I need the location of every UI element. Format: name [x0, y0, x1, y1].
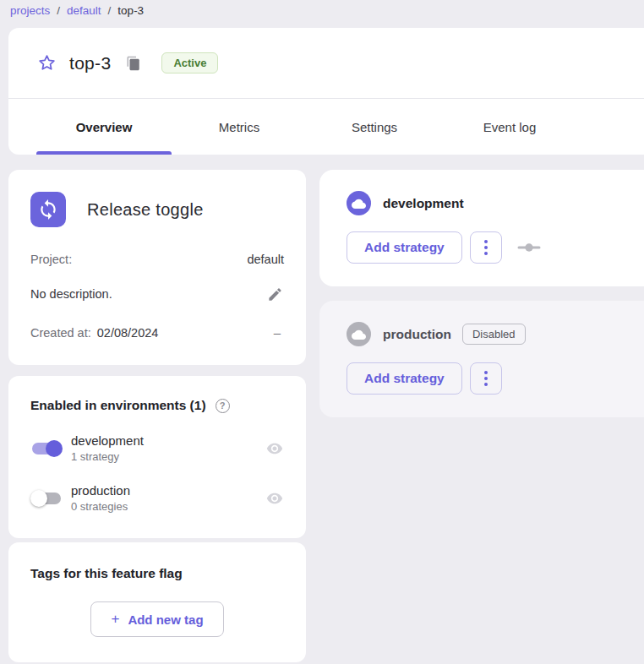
- kebab-menu-icon: [484, 240, 488, 243]
- page-title: top-3: [69, 53, 111, 73]
- environment-cloud-badge: [347, 191, 371, 215]
- add-new-tag-button[interactable]: + Add new tag: [90, 601, 223, 637]
- description-row: No description.: [30, 285, 284, 303]
- production-toggle[interactable]: [30, 489, 63, 508]
- environment-menu-button-production[interactable]: [470, 362, 502, 395]
- breadcrumb-separator: /: [57, 4, 60, 17]
- add-new-tag-label: Add new tag: [128, 612, 203, 627]
- sync-arrows-icon: [37, 199, 59, 220]
- tab-overview[interactable]: Overview: [36, 99, 172, 155]
- pencil-icon: [267, 286, 283, 302]
- environment-panel-production: production Disabled Add strategy: [319, 301, 644, 417]
- toggle-thumb: [46, 440, 63, 457]
- project-value: default: [247, 253, 284, 266]
- disabled-badge: Disabled: [462, 324, 526, 345]
- cloud-icon: [352, 198, 366, 210]
- flag-type-label: Release toggle: [87, 200, 204, 220]
- add-strategy-button-production[interactable]: Add strategy: [347, 362, 462, 395]
- favorite-button[interactable]: [36, 53, 57, 73]
- breadcrumb-link-default[interactable]: default: [67, 4, 101, 17]
- copy-name-button[interactable]: [124, 54, 143, 73]
- tags-card: Tags for this feature flag + Add new tag: [8, 542, 306, 662]
- breadcrumb-current: top-3: [117, 4, 144, 17]
- status-badge: Active: [161, 52, 218, 73]
- question-circle-icon[interactable]: ?: [216, 399, 230, 413]
- tags-card-title: Tags for this feature flag: [30, 566, 284, 581]
- breadcrumb-link-projects[interactable]: projects: [10, 4, 50, 17]
- tab-event-log[interactable]: Event log: [442, 99, 577, 155]
- flag-details-card: Release toggle Project: default No descr…: [8, 170, 306, 365]
- environment-strategy-count: 1 strategy: [71, 450, 144, 463]
- add-strategy-button-development[interactable]: Add strategy: [347, 231, 462, 264]
- tab-bar: Overview Metrics Settings Event log: [8, 99, 644, 155]
- created-label: Created at:: [30, 326, 91, 340]
- environment-row-development: development 1 strategy: [30, 433, 284, 463]
- visibility-toggle-development[interactable]: [265, 439, 284, 458]
- feature-header-card: top-3 Active Overview Metrics Settings E…: [8, 28, 644, 155]
- environment-strategy-count: 0 strategies: [71, 500, 130, 513]
- development-toggle[interactable]: [30, 439, 63, 458]
- tab-settings[interactable]: Settings: [307, 99, 442, 155]
- flag-type-icon-wrap: [30, 192, 66, 227]
- project-label: Project:: [30, 253, 72, 266]
- flag-type-header: Release toggle: [30, 192, 284, 227]
- left-column: Release toggle Project: default No descr…: [8, 170, 306, 662]
- enabled-environments-title: Enabled in environments (1): [30, 398, 206, 413]
- environment-menu-button-development[interactable]: [470, 231, 502, 264]
- environment-cloud-badge: [347, 322, 371, 346]
- breadcrumb: projects / default / top-3: [0, 0, 644, 17]
- star-outline-icon: [37, 53, 57, 73]
- active-tab-indicator: [36, 151, 172, 155]
- environment-name: production: [71, 483, 130, 498]
- environment-panel-development: development Add strategy: [319, 170, 644, 286]
- environment-row-production: production 0 strategies: [30, 483, 284, 513]
- strategy-slider-icon: [516, 242, 542, 253]
- visibility-toggle-production[interactable]: [265, 489, 284, 508]
- right-column: development Add strategy: [319, 170, 644, 417]
- environment-panel-name: development: [383, 196, 464, 211]
- tab-metrics[interactable]: Metrics: [172, 99, 307, 155]
- eye-icon: [266, 440, 283, 457]
- created-extra-dash: –: [274, 325, 284, 340]
- edit-description-button[interactable]: [265, 285, 284, 303]
- breadcrumb-separator: /: [108, 4, 112, 17]
- created-value: 02/08/2024: [97, 326, 159, 340]
- feature-flag-page: projects / default / top-3 top-3 Active: [0, 0, 644, 664]
- eye-icon: [266, 490, 283, 507]
- feature-title-row: top-3 Active: [8, 28, 644, 98]
- kebab-menu-icon: [484, 371, 488, 374]
- plus-icon: +: [111, 611, 119, 628]
- enabled-environments-card: Enabled in environments (1) ? developmen…: [8, 376, 306, 538]
- created-row: Created at: 02/08/2024 –: [30, 325, 284, 340]
- cloud-icon: [352, 329, 366, 340]
- overview-content: Release toggle Project: default No descr…: [8, 170, 644, 662]
- copy-icon: [126, 56, 141, 71]
- description-text: No description.: [30, 287, 112, 301]
- environment-name: development: [71, 433, 144, 448]
- project-row: Project: default: [30, 253, 284, 266]
- environment-panel-name: production: [383, 327, 451, 342]
- toggle-thumb: [30, 490, 47, 507]
